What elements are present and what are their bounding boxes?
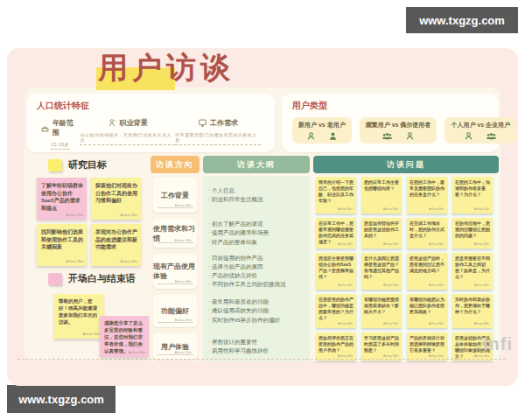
sticky-note[interactable]: 了解年轻职场群体使用办公协作SaaS产品的需求和痛点 Anhua Wei (37, 178, 87, 220)
demographics-card[interactable]: 人口统计特征 年龄范围 22-35岁 职业背景 办公协作领域相关 (26, 94, 275, 152)
direction-card[interactable]: 现有产品使用体验Anhua Wei (153, 254, 197, 289)
question-text: 在您的工作中，最常见需要团队协作的任务是什么？ (410, 179, 444, 197)
group-filled-icon (486, 131, 497, 141)
pink-sticky-icon (48, 273, 62, 285)
question-note[interactable]: 在您的工作中，沟通和协作有多重要？为什么？Anhua Wei (452, 177, 493, 214)
question-text: 您是否需要在不同协作工具之间切换？如果是，为什么？ (455, 256, 490, 279)
direction-label: 现有产品使用体验 (153, 262, 197, 281)
question-note[interactable]: 是什么原因让您选择使用这些产品？有考虑过其他产品吗？Anhua Wei (361, 253, 402, 290)
question-note[interactable]: 在您使用的协作产品中，哪些功能是您最常用的？为什么？Anhua Wei (316, 294, 356, 328)
chip-individual-vs-enterprise[interactable]: 个人用户 vs 企业用户 (444, 117, 516, 144)
question-note[interactable]: 在日常工作中，您最常遇到哪些需要协作完成的任务或场景？Anhua Wei (316, 218, 356, 248)
note-author: Anhua Wei (121, 259, 138, 264)
age-range-icon (40, 123, 50, 133)
question-note[interactable]: 使用这些产品时，您有遇到过让您不满意的地方吗？Anhua Wei (407, 253, 447, 290)
question-text: 在您使用的协作产品中，哪些功能是您最常用的？为什么？ (318, 297, 354, 320)
outline-item: 产品的优缺点评价 (208, 271, 304, 280)
sticky-note[interactable]: 尊敬的用户，您好！很高兴能邀请您参加我们本次的访谈。 Anhua Wei (54, 294, 103, 339)
question-text: 在协作过程中，您遇到过哪些让您困扰的问题？ (455, 220, 490, 238)
outline-cell[interactable]: 界面设计的重要性 易用性和学习曲线评价 (203, 332, 310, 361)
question-note[interactable]: 您如何评价您正在使用的协作产品的用户界面？Anhua Wei (316, 332, 356, 360)
person-outline-icon (464, 131, 473, 141)
outline-cell[interactable]: 目前使用的协作产品 选择当前产品的原因 产品的优缺点评价 不同协作工具之间的切换… (203, 252, 310, 290)
question-note[interactable]: 有哪些功能您认为能让团队协作变得更加高效？Anhua Wei (407, 294, 447, 328)
direction-card[interactable]: 工作背景Anhua Wei (153, 178, 197, 213)
demographics-title: 人口统计特征 (37, 100, 264, 112)
demographics-items: 年龄范围 22-35岁 职业背景 办公协作领域相关，互联网行业相关从业人员 (37, 118, 264, 150)
outline-cell[interactable]: 个人信息 职业和日常生活概况 (203, 176, 310, 214)
outline-item: 职业和日常生活概况 (208, 195, 304, 204)
question-note[interactable]: 简单的介绍一下您自己，包括您的年龄、职业以及工作年限？Anhua Wei (316, 177, 356, 214)
watermark-text: www.txgzg.com (419, 14, 505, 27)
sticky-note[interactable]: 找到影响他们选择和使用协作工具的关键因素 Anhua Wei (37, 224, 87, 266)
chip-new-vs-old[interactable]: 新用户 vs 老用户 (292, 117, 352, 144)
sticky-note[interactable]: 感谢您分享了这么多宝贵的经验和看法，这些对我们非常有价值，我们会认真整理。 An… (100, 316, 149, 357)
question-row: 在您使用的协作产品中，哪些功能是您最常用的？为什么？Anhua Wei 有哪些功… (313, 293, 499, 329)
question-text: 产品的界面设计对您选择和持续使用它有多重要？ (410, 335, 444, 353)
question-text: 有哪些功能您觉得难用或者缺失？影响大不大？ (364, 297, 399, 314)
question-row: 在日常工作中，您最常遇到哪些需要协作完成的任务或场景？Anhua Wei 您是如… (313, 217, 499, 249)
outline-cell[interactable]: 初次了解产品的渠道 使用产品的频率和场景 对产品的整体印象 (203, 217, 310, 249)
note-author: Anhua Wei (383, 284, 398, 288)
outline-cell[interactable]: 最常用和最喜欢的功能 难以使用或缺失的功能 实时协作vs异步协作的偏好 (203, 293, 310, 329)
note-author: Anhua Wei (383, 242, 398, 247)
person-outline-icon (405, 131, 415, 141)
question-note[interactable]: 您是如何得知并开始使用这些协作工具的？Anhua Wei (361, 218, 402, 248)
outline-item: 对产品的整体印象 (208, 238, 304, 247)
question-note[interactable]: 您的日常工作主要包括哪些内容？Anhua Wei (361, 177, 402, 214)
sticky-note[interactable]: 发现对办公协作产品的改进建议和新功能需求 Anhua Wei (91, 224, 141, 266)
question-note[interactable]: 在协作过程中，您遇到过哪些让您困扰的问题？Anhua Wei (452, 218, 493, 248)
direction-card[interactable]: 用户体验Anhua Wei (153, 333, 197, 360)
question-note[interactable]: 您现在主要使用哪些办公协作SaaS产品？使用频率如何？Anhua Wei (316, 253, 356, 290)
outline-item: 界面设计的重要性 (208, 338, 304, 346)
note-author: Anhua Wei (429, 207, 444, 212)
opening-closing-title: 开场白与结束语 (68, 272, 136, 285)
question-note[interactable]: 在您的工作中，最常见需要团队协作的任务是什么？Anhua Wei (407, 177, 447, 214)
outline-item: 使用产品的频率和场景 (208, 228, 304, 237)
interview-poster: 用户访谈 人口统计特征 年龄范围 22-35岁 职业背景 (7, 48, 518, 386)
note-author: Anhua Wei (175, 279, 192, 284)
note-author: Anhua Wei (474, 322, 489, 326)
question-note[interactable]: 在完成工作项目时，您的协作方式是什么？Anhua Wei (407, 218, 447, 248)
demographic-item-age: 年龄范围 22-35岁 (40, 118, 80, 150)
occupation-icon (108, 118, 117, 128)
question-text: 您的日常工作主要包括哪些内容？ (364, 179, 399, 191)
sticky-note[interactable]: 探索他们对现有办公协作工具的使用习惯和偏好 Anhua Wei (91, 178, 141, 220)
demographic-label: 工作需求 (210, 118, 238, 128)
outline-item: 个人信息 (208, 186, 304, 195)
watermark-bottom: www.txgzg.com (7, 385, 116, 413)
note-text: 了解年轻职场群体使用办公协作SaaS产品的需求和痛点 (41, 183, 83, 211)
person-outline-icon (306, 131, 316, 141)
question-text: 学习使用这些产品时您花了多长时间熟悉？ (364, 335, 399, 353)
question-text: 简单的介绍一下您自己，包括您的年龄、职业以及工作年限？ (318, 179, 354, 203)
outline-item: 实时协作vs异步协作的偏好 (208, 316, 304, 325)
poster-title: 用户访谈 (98, 48, 234, 94)
question-note[interactable]: 产品的界面设计对您选择和持续使用它有多重要？Anhua Wei (407, 332, 447, 360)
outline-item: 初次了解产品的渠道 (208, 220, 304, 228)
direction-card[interactable]: 使用需求和习惯Anhua Wei (153, 219, 197, 248)
opening-closing-header: 开场白与结束语 (48, 272, 136, 285)
demographic-label: 职业背景 (120, 118, 148, 128)
question-note[interactable]: 学习使用这些产品时您花了多长时间熟悉？Anhua Wei (361, 332, 402, 360)
outline-item: 目前使用的协作产品 (208, 254, 304, 262)
note-author: Anhua Wei (66, 213, 84, 218)
user-types-card[interactable]: 用户类型 新用户 vs 老用户 频繁用户 vs 偶尔使用者 个人用户 vs 企业… (282, 94, 499, 152)
demographic-detail: 经常需要跨部门沟通协作完成任务的人群 (175, 132, 261, 145)
chip-frequent-vs-occasional[interactable]: 频繁用户 vs 偶尔使用者 (360, 117, 438, 144)
question-note[interactable]: 实时协作和异步协作，您更倾向于哪种？为什么？Anhua Wei (452, 294, 493, 328)
note-author: Anhua Wei (83, 332, 101, 337)
column-outline: 访谈大纲 个人信息 职业和日常生活概况 初次了解产品的渠道 使用产品的频率和场景… (203, 156, 310, 361)
note-author: Anhua Wei (474, 242, 489, 247)
demographic-item-work: 工作需求 经常需要跨部门沟通协作完成任务的人群 (175, 118, 261, 150)
question-note[interactable]: 有哪些功能您觉得难用或者缺失？影响大不大？Anhua Wei (361, 294, 402, 328)
note-author: Anhua Wei (175, 203, 192, 207)
demographic-item-occupation: 职业背景 办公协作领域相关，互联网行业相关从业人员 (80, 118, 175, 150)
note-author: Anhua Wei (338, 242, 353, 247)
question-text: 在您的工作中，沟通和协作有多重要？为什么？ (455, 179, 490, 197)
question-note[interactable]: 您是否需要在不同协作工具之间切换？如果是，为什么？Anhua Wei (452, 253, 493, 290)
questions-header: 访谈问题 (313, 156, 499, 173)
question-text: 您如何评价您正在使用的协作产品的用户界面？ (318, 335, 354, 353)
research-goals-notes: 了解年轻职场群体使用办公协作SaaS产品的需求和痛点 Anhua Wei 探索他… (37, 178, 141, 266)
direction-card[interactable]: 功能偏好Anhua Wei (153, 295, 197, 327)
chip-label: 新用户 vs 老用户 (298, 121, 346, 130)
